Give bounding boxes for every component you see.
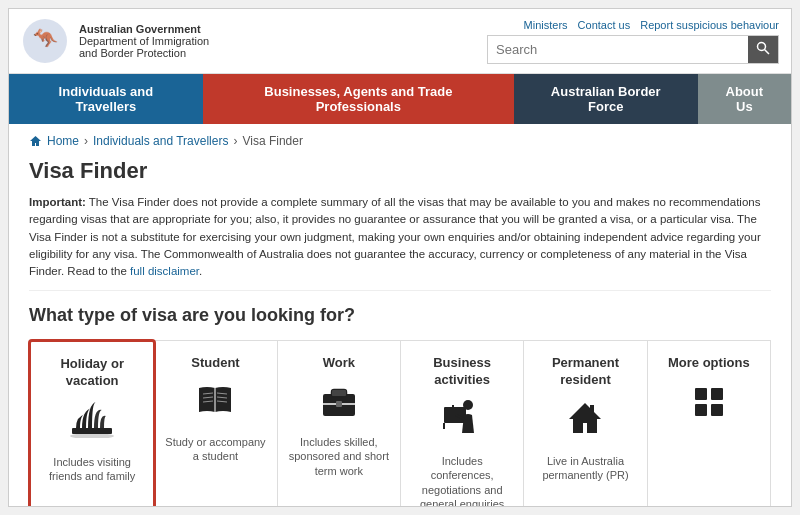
nav-individuals[interactable]: Individuals and Travellers <box>9 74 203 124</box>
important-notice: Important: The Visa Finder does not prov… <box>29 194 771 291</box>
svg-text:🦘: 🦘 <box>33 26 58 50</box>
main-content: Home › Individuals and Travellers › Visa… <box>9 124 791 507</box>
card-desc-business: Includes conferences, negotiations and g… <box>411 454 513 507</box>
card-title-permanent: Permanent resident <box>534 355 636 389</box>
card-title-student: Student <box>164 355 266 372</box>
page-outer: 🦘 Australian Government Department of Im… <box>0 0 800 515</box>
home-icon <box>29 135 42 147</box>
visa-card-holiday[interactable]: Holiday or vacation <box>28 339 156 507</box>
svg-rect-19 <box>444 407 466 423</box>
svg-rect-27 <box>711 388 723 400</box>
search-icon <box>756 41 770 55</box>
govt-title: Australian Government <box>79 23 209 35</box>
opera-house-icon <box>41 398 143 447</box>
section-title: What type of visa are you looking for? <box>29 305 771 326</box>
card-desc-student: Study or accompany a student <box>164 435 266 464</box>
visa-card-permanent[interactable]: Permanent resident Live in Australia per… <box>524 341 647 507</box>
card-title-holiday: Holiday or vacation <box>41 356 143 390</box>
card-title-work: Work <box>288 355 390 372</box>
card-title-more: More options <box>658 355 760 372</box>
svg-line-3 <box>765 49 770 54</box>
ministers-link[interactable]: Ministers <box>524 19 568 31</box>
nav-business[interactable]: Businesses, Agents and Trade Professiona… <box>203 74 514 124</box>
site-header: 🦘 Australian Government Department of Im… <box>9 9 791 74</box>
page-inner: 🦘 Australian Government Department of Im… <box>8 8 792 507</box>
header-text: Australian Government Department of Immi… <box>79 23 209 59</box>
breadcrumb-home[interactable]: Home <box>47 134 79 148</box>
visa-card-work[interactable]: Work Includes skilled, sponsored and sho… <box>278 341 401 507</box>
grid-icon <box>658 380 760 433</box>
briefcase-icon <box>288 380 390 427</box>
svg-rect-25 <box>590 405 594 415</box>
header-right: Ministers Contact us Report suspicious b… <box>487 19 779 64</box>
svg-point-2 <box>758 42 766 50</box>
svg-rect-26 <box>695 388 707 400</box>
svg-rect-28 <box>695 404 707 416</box>
breadcrumb-sep1: › <box>84 134 88 148</box>
visa-card-business[interactable]: Business activities <box>401 341 524 507</box>
dept-line2: and Border Protection <box>79 47 209 59</box>
search-button[interactable] <box>748 36 778 63</box>
nav-about[interactable]: About Us <box>698 74 791 124</box>
notice-end: . <box>199 265 202 277</box>
visa-cards-container: Holiday or vacation <box>29 340 771 507</box>
book-icon <box>164 380 266 427</box>
svg-marker-24 <box>569 403 601 433</box>
person-board-icon <box>411 397 513 446</box>
breadcrumb-section[interactable]: Individuals and Travellers <box>93 134 228 148</box>
dept-line1: Department of Immigration <box>79 35 209 47</box>
card-desc-work: Includes skilled, sponsored and short te… <box>288 435 390 478</box>
visa-card-student[interactable]: Student <box>154 341 277 507</box>
card-desc-permanent: Live in Australia permanently (PR) <box>534 454 636 483</box>
header-left: 🦘 Australian Government Department of Im… <box>21 17 209 65</box>
card-desc-holiday: Includes visiting friends and family <box>41 455 143 484</box>
contact-link[interactable]: Contact us <box>578 19 631 31</box>
page-title: Visa Finder <box>29 158 771 184</box>
nav-abf[interactable]: Australian Border Force <box>514 74 698 124</box>
breadcrumb-current: Visa Finder <box>242 134 302 148</box>
disclaimer-link[interactable]: full disclaimer <box>130 265 199 277</box>
search-input[interactable] <box>488 38 748 61</box>
header-links: Ministers Contact us Report suspicious b… <box>524 19 779 31</box>
govt-crest-icon: 🦘 <box>21 17 69 65</box>
svg-rect-17 <box>336 401 342 407</box>
report-link[interactable]: Report suspicious behaviour <box>640 19 779 31</box>
search-bar <box>487 35 779 64</box>
main-nav: Individuals and Travellers Businesses, A… <box>9 74 791 124</box>
card-title-business: Business activities <box>411 355 513 389</box>
svg-rect-5 <box>72 428 112 434</box>
house-icon <box>534 397 636 446</box>
breadcrumb: Home › Individuals and Travellers › Visa… <box>29 134 771 148</box>
svg-rect-29 <box>711 404 723 416</box>
breadcrumb-sep2: › <box>233 134 237 148</box>
notice-label: Important: <box>29 196 86 208</box>
svg-rect-15 <box>332 390 346 396</box>
visa-card-more[interactable]: More options <box>648 341 770 507</box>
